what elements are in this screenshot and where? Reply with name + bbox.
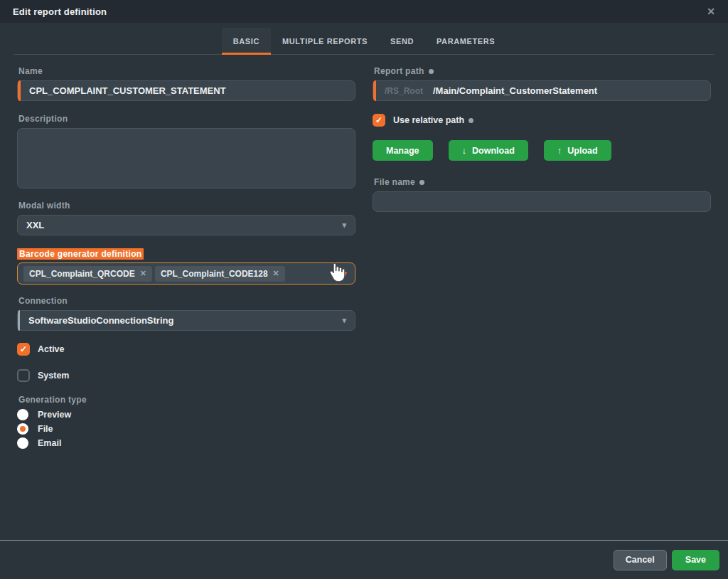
file-name-label-text: File name (374, 177, 415, 187)
modal-title: Edit report definition (13, 6, 107, 17)
name-label: Name (18, 66, 355, 76)
radio-dot (20, 426, 26, 432)
radio-row-email: Email (17, 437, 355, 449)
report-path-label: Report path (374, 66, 711, 76)
modal-header: Edit report definition ✕ (0, 0, 728, 23)
file-actions-row: Manage ↓ Download ↑ Upload (373, 140, 711, 161)
file-label: File (38, 424, 53, 434)
tab-parameters[interactable]: PARAMETERS (425, 28, 506, 55)
description-textarea[interactable] (17, 128, 355, 188)
barcode-label: Barcode generator definition (17, 248, 144, 260)
file-name-input[interactable] (373, 191, 711, 212)
connection-value: SoftwareStudioConnectionString (28, 315, 173, 326)
email-label: Email (38, 438, 61, 448)
use-relative-path-label: Use relative path (393, 115, 473, 125)
system-label: System (38, 371, 69, 381)
check-icon: ✓ (20, 345, 27, 354)
right-column: Report path /RS_Root /Main/Complaint_Cus… (373, 66, 711, 452)
report-path-prefix: /RS_Root (385, 86, 423, 96)
modal-width-value: XXL (26, 220, 44, 230)
chevron-down-icon: ▾ (342, 221, 346, 229)
remove-tag-icon[interactable]: ✕ (140, 269, 146, 278)
tab-basic[interactable]: BASIC (222, 28, 271, 55)
preview-radio[interactable] (17, 409, 28, 420)
upload-button[interactable]: ↑ Upload (544, 140, 611, 161)
modal-footer: Cancel Save (0, 540, 728, 579)
use-relative-path-row: ✓ Use relative path (373, 114, 711, 127)
file-radio[interactable] (17, 423, 28, 435)
close-icon[interactable]: ✕ (707, 6, 715, 16)
system-checkbox[interactable] (17, 369, 30, 382)
tab-multiple-reports[interactable]: MULTIPLE REPORTS (271, 28, 379, 55)
email-radio[interactable] (17, 437, 28, 449)
chevron-down-icon[interactable]: ▾ (343, 270, 347, 277)
barcode-multiselect[interactable]: CPL_Complaint_QRCODE ✕ CPL_Complaint_COD… (17, 262, 355, 285)
info-dot-icon (429, 69, 434, 74)
barcode-tag: CPL_Complaint_QRCODE ✕ (23, 266, 152, 282)
upload-arrow-icon: ↑ (557, 145, 562, 156)
report-path-label-text: Report path (374, 66, 424, 76)
info-dot-icon (469, 118, 473, 123)
radio-row-preview: Preview (17, 409, 355, 420)
modal-width-label: Modal width (18, 201, 355, 211)
description-label: Description (18, 114, 355, 124)
manage-button[interactable]: Manage (373, 140, 433, 161)
name-input[interactable]: CPL_COMPLAINT_CUSTOMER_STATEMENT (17, 80, 355, 101)
barcode-tag-text: CPL_Complaint_CODE128 (161, 269, 268, 279)
connection-label: Connection (18, 296, 355, 306)
use-relative-path-label-text: Use relative path (393, 115, 464, 125)
download-arrow-icon: ↓ (462, 145, 467, 156)
preview-label: Preview (38, 410, 71, 420)
tab-bar: BASIC MULTIPLE REPORTS SEND PARAMETERS (14, 23, 714, 55)
save-button[interactable]: Save (672, 550, 719, 570)
file-name-label: File name (374, 177, 711, 187)
active-label: Active (38, 344, 65, 354)
modal-width-select[interactable]: XXL ▾ (17, 215, 355, 235)
report-path-value: /Main/Complaint_CustomerStatement (433, 85, 597, 96)
download-button-label: Download (472, 146, 515, 156)
remove-tag-icon[interactable]: ✕ (273, 269, 279, 278)
radio-row-file: File (17, 423, 355, 435)
left-column: Name CPL_COMPLAINT_CUSTOMER_STATEMENT De… (17, 66, 355, 452)
cancel-button[interactable]: Cancel (614, 550, 667, 570)
info-dot-icon (419, 180, 424, 185)
report-path-input[interactable]: /RS_Root /Main/Complaint_CustomerStateme… (373, 80, 711, 101)
chevron-down-icon: ▾ (342, 317, 346, 324)
barcode-tag: CPL_Complaint_CODE128 ✕ (155, 266, 285, 282)
active-checkbox-row: ✓ Active (17, 343, 355, 356)
active-checkbox[interactable]: ✓ (17, 343, 30, 356)
connection-select[interactable]: SoftwareStudioConnectionString ▾ (17, 310, 355, 331)
upload-button-label: Upload (567, 146, 597, 156)
generation-type-label: Generation type (18, 395, 355, 405)
barcode-tag-text: CPL_Complaint_QRCODE (29, 269, 135, 279)
tab-send[interactable]: SEND (379, 28, 425, 55)
check-icon: ✓ (375, 116, 382, 124)
name-value: CPL_COMPLAINT_CUSTOMER_STATEMENT (29, 85, 226, 96)
download-button[interactable]: ↓ Download (449, 140, 528, 161)
system-checkbox-row: System (17, 369, 355, 382)
use-relative-path-checkbox[interactable]: ✓ (373, 114, 385, 127)
form-body: Name CPL_COMPLAINT_CUSTOMER_STATEMENT De… (0, 55, 728, 452)
